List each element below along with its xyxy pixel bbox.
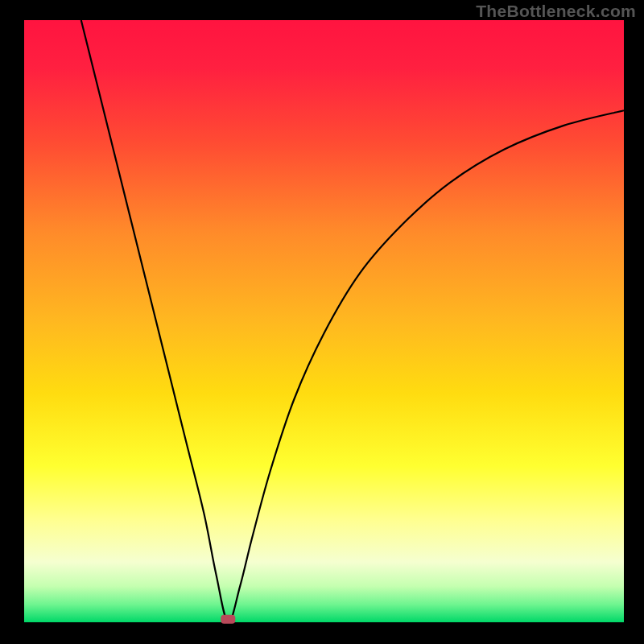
vertex-marker [221,615,235,624]
chart-svg [0,0,644,644]
plot-background [24,20,624,622]
watermark-text: TheBottleneck.com [476,2,636,21]
chart-container: TheBottleneck.com [0,0,644,644]
